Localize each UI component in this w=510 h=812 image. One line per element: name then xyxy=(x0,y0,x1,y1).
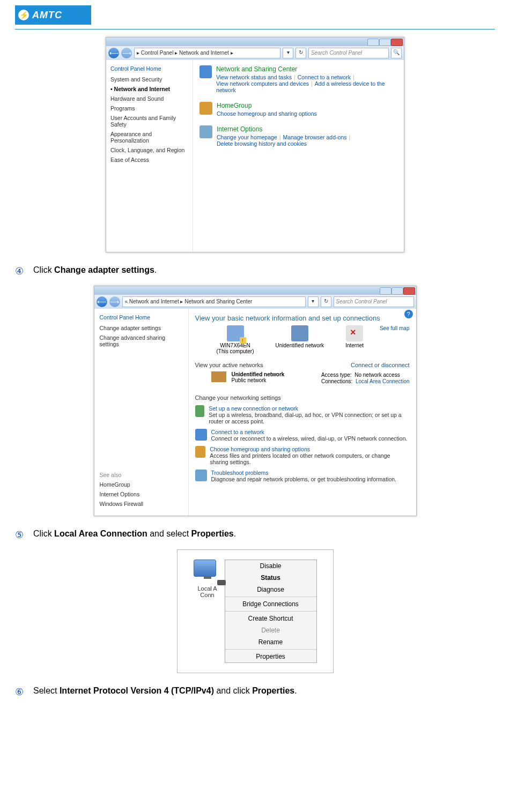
breadcrumb-path[interactable]: « Network and Internet ▸ Network and Sha… xyxy=(122,296,306,307)
fig2-sidebar: Control Panel Home Change adapter settin… xyxy=(94,309,189,516)
menu-item-status[interactable]: Status xyxy=(225,572,316,584)
category-title[interactable]: HomeGroup xyxy=(217,102,317,109)
node-label: Internet xyxy=(345,342,364,348)
step-4: ④ Click Change adapter settings. xyxy=(15,265,495,277)
step-number: ④ xyxy=(15,265,24,277)
menu-item-delete: Delete xyxy=(225,624,316,636)
internet-x-icon xyxy=(346,325,363,341)
fig2-window: ⟵ ⟶ « Network and Internet ▸ Network and… xyxy=(94,286,417,516)
search-input[interactable]: Search Control Panel xyxy=(334,296,414,307)
back-button[interactable]: ⟵ xyxy=(108,48,119,58)
menu-item-rename[interactable]: Rename xyxy=(225,636,316,648)
plug-icon xyxy=(217,580,226,585)
troubleshoot-icon xyxy=(195,470,207,481)
menu-item-disable[interactable]: Disable xyxy=(225,560,316,572)
connect-disconnect-link[interactable]: Connect or disconnect xyxy=(351,362,409,368)
search-input[interactable]: Search Control Panel xyxy=(308,48,389,58)
brand-text: AMTC xyxy=(32,10,62,21)
see-full-map-link[interactable]: See full map xyxy=(380,325,410,331)
seealso-link[interactable]: Internet Options xyxy=(100,491,183,497)
menu-item-bridge[interactable]: Bridge Connections xyxy=(225,598,316,610)
sidebar-heading[interactable]: Control Panel Home xyxy=(110,65,188,72)
task-link[interactable]: Connect to a network xyxy=(298,74,351,80)
step-text: Click Local Area Connection and select P… xyxy=(33,529,236,539)
sidebar-item[interactable]: Appearance and Personalization xyxy=(110,131,188,144)
option-homegroup[interactable]: Choose homegroup and sharing optionsAcce… xyxy=(195,446,410,465)
network-sharing-icon xyxy=(199,65,212,78)
connect-icon xyxy=(195,429,207,441)
category-network-sharing: Network and Sharing Center View network … xyxy=(199,65,397,93)
main-heading: View your basic network information and … xyxy=(195,314,410,322)
menu-item-shortcut[interactable]: Create Shortcut xyxy=(225,613,316,624)
local-area-connection-link[interactable]: Local Area Connection xyxy=(356,378,410,384)
monitor-icon xyxy=(194,560,216,577)
category-title[interactable]: Network and Sharing Center xyxy=(216,65,397,73)
network-map: WIN7X64EN (This computer) Unidentified n… xyxy=(217,325,380,354)
step-6: ⑥ Select Internet Protocol Version 4 (TC… xyxy=(15,686,495,698)
menu-item-properties[interactable]: Properties xyxy=(225,651,316,662)
seealso-link[interactable]: Windows Firewall xyxy=(100,501,183,507)
sidebar-item[interactable]: System and Security xyxy=(110,76,188,83)
task-link[interactable]: Manage browser add-ons xyxy=(283,134,346,140)
dropdown-icon[interactable]: ▾ xyxy=(308,296,319,307)
active-network-block: Unidentified network Public network Acce… xyxy=(211,371,410,385)
task-link[interactable]: Change your homepage xyxy=(217,134,277,140)
fig1-titlebar xyxy=(106,38,404,46)
setup-icon xyxy=(195,405,205,417)
forward-button[interactable]: ⟶ xyxy=(109,296,120,307)
lac-adapter-icon[interactable]: Local A Conn xyxy=(194,560,221,663)
maximize-icon[interactable] xyxy=(391,287,403,295)
close-icon[interactable] xyxy=(403,287,415,295)
forward-button[interactable]: ⟶ xyxy=(121,48,132,58)
option-title: Choose homegroup and sharing options xyxy=(210,446,409,452)
sidebar-item[interactable]: Programs xyxy=(110,105,188,111)
task-link[interactable]: View network computers and devices xyxy=(216,80,309,87)
network-name: Unidentified network xyxy=(232,371,285,377)
lightning-icon: ⚡ xyxy=(18,10,29,20)
sidebar-item[interactable]: Ease of Access xyxy=(110,157,188,163)
network-type: Public network xyxy=(232,377,285,383)
menu-separator xyxy=(225,649,316,650)
access-type-label: Access type: xyxy=(321,372,352,378)
category-title[interactable]: Internet Options xyxy=(217,125,352,133)
refresh-icon[interactable]: ↻ xyxy=(321,296,331,307)
sidebar-item[interactable]: Hardware and Sound xyxy=(110,95,188,102)
fig2-addressbar: ⟵ ⟶ « Network and Internet ▸ Network and… xyxy=(94,295,416,309)
sidebar-item[interactable]: Clock, Language, and Region xyxy=(110,147,188,153)
option-troubleshoot[interactable]: Troubleshoot problemsDiagnose and repair… xyxy=(195,470,410,482)
minimize-icon[interactable] xyxy=(367,39,379,46)
option-title: Troubleshoot problems xyxy=(211,470,397,476)
dropdown-icon[interactable]: ▾ xyxy=(283,48,293,58)
option-title: Connect to a network xyxy=(211,429,408,435)
sidebar-heading[interactable]: Control Panel Home xyxy=(100,314,183,321)
task-link[interactable]: Choose homegroup and sharing options xyxy=(217,110,317,117)
option-subtitle: Diagnose and repair network problems, or… xyxy=(211,476,397,482)
search-icon[interactable]: 🔍 xyxy=(391,48,402,58)
breadcrumb-path[interactable]: ▸ Control Panel ▸ Network and Internet ▸ xyxy=(134,48,280,58)
minimize-icon[interactable] xyxy=(380,287,391,295)
back-button[interactable]: ⟵ xyxy=(97,296,107,307)
sidebar-link-change-adapter[interactable]: Change adapter settings xyxy=(100,325,183,331)
access-type-value: No network access xyxy=(354,372,400,378)
option-setup-connection[interactable]: Set up a new connection or networkSet up… xyxy=(195,405,410,424)
seealso-link[interactable]: HomeGroup xyxy=(100,481,183,488)
connections-label: Connections: xyxy=(321,378,352,384)
adapter-label-line1: Local A xyxy=(194,585,221,592)
category-homegroup: HomeGroup Choose homegroup and sharing o… xyxy=(199,102,397,117)
bench-icon xyxy=(211,371,226,382)
maximize-icon[interactable] xyxy=(379,39,391,46)
close-icon[interactable] xyxy=(391,39,403,46)
task-link[interactable]: View network status and tasks xyxy=(216,74,292,80)
sidebar-item-active[interactable]: Network and Internet xyxy=(110,86,188,92)
option-connect-network[interactable]: Connect to a networkConnect or reconnect… xyxy=(195,429,410,442)
step-number: ⑥ xyxy=(15,686,24,698)
refresh-icon[interactable]: ↻ xyxy=(295,48,306,58)
menu-separator xyxy=(225,611,316,612)
task-link[interactable]: Delete browsing history and cookies xyxy=(217,140,307,147)
sidebar-item[interactable]: User Accounts and Family Safety xyxy=(110,115,188,128)
header-divider xyxy=(15,29,495,29)
sidebar-link-advanced-sharing[interactable]: Change advanced sharing settings xyxy=(100,334,183,347)
menu-item-diagnose[interactable]: Diagnose xyxy=(225,584,316,595)
help-icon[interactable]: ? xyxy=(404,310,413,318)
context-menu: Disable Status Diagnose Bridge Connectio… xyxy=(225,560,317,663)
